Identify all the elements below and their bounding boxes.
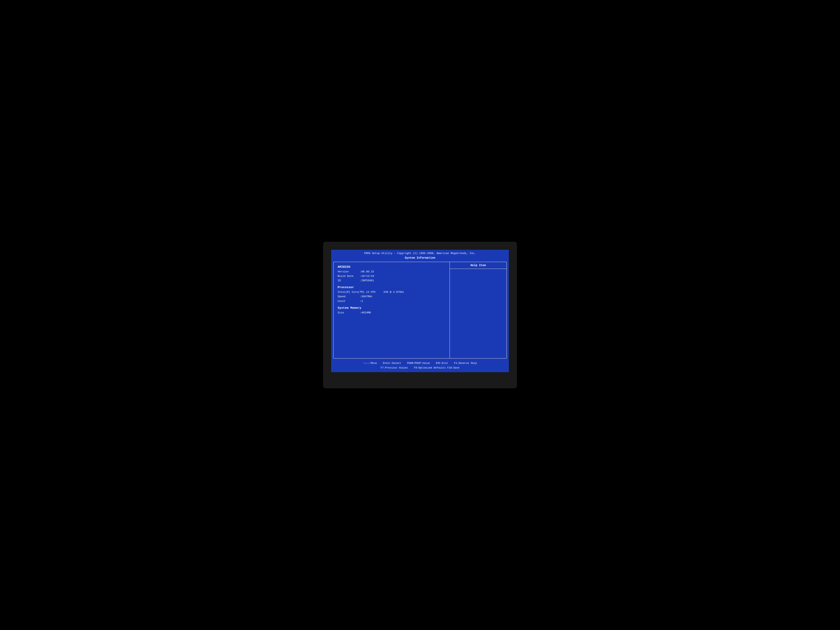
screen-title: System Information <box>333 256 507 260</box>
count-value: :2 <box>360 299 363 303</box>
status-row-2: F7:Previous Values F9:Optimized Defaults… <box>335 366 505 370</box>
enter-hint: Enter:Select <box>383 361 401 366</box>
help-item-header: Help Item <box>450 262 507 269</box>
esc-hint: ESC:Exit <box>436 361 448 366</box>
bios-screen: CMOS Setup Utility - Copyright (C) 1985-… <box>331 250 509 372</box>
copyright-line: CMOS Setup Utility - Copyright (C) 1985-… <box>333 251 507 256</box>
speed-value: :3067MHz <box>360 294 373 299</box>
f9-f10-hint: F9:Optimized Defaults F10:Save <box>414 366 459 370</box>
main-content: AMIBIOS Version :08.00.15 Build Date :10… <box>333 262 507 358</box>
pgdn-hint: PGDN/PGUP:Value <box>407 361 430 366</box>
count-label: Count <box>338 299 360 303</box>
build-date-value: :10/12/18 <box>360 274 374 278</box>
version-label: Version <box>338 270 360 274</box>
amibios-section-title: AMIBIOS <box>338 265 445 269</box>
version-value: :08.00.15 <box>360 270 374 274</box>
speed-row: Speed :3067MHz <box>338 294 445 299</box>
version-row: Version :08.00.15 <box>338 270 445 274</box>
f7-hint: F7:Previous Values <box>381 366 408 370</box>
speed-label: Speed <box>338 294 360 299</box>
id-row: ID :INP55001 <box>338 278 445 283</box>
status-bar: ↑↓←→:Move Enter:Select PGDN/PGUP:Value E… <box>331 359 509 372</box>
status-row-1: ↑↓←→:Move Enter:Select PGDN/PGUP:Value E… <box>335 361 505 366</box>
left-panel: AMIBIOS Version :08.00.15 Build Date :10… <box>333 262 450 358</box>
id-value: :INP55001 <box>360 278 374 283</box>
f1-hint: F1:General Help <box>454 361 477 366</box>
cpu-model: 540 @ 3.07GHz <box>384 290 404 294</box>
memory-size-row: Size :4024MB <box>338 311 445 315</box>
right-panel: Help Item <box>450 262 507 358</box>
build-date-label: Build Date <box>338 274 360 278</box>
title-bar: CMOS Setup Utility - Copyright (C) 1985-… <box>331 250 509 261</box>
memory-section-title: System Memory <box>338 306 445 310</box>
memory-size-label: Size <box>338 311 360 315</box>
build-date-row: Build Date :10/12/18 <box>338 274 445 278</box>
cpu-line: Intel(R) Core(TM) i3 CPU 540 @ 3.07GHz <box>338 290 445 294</box>
processor-section-title: Processor <box>338 286 445 289</box>
monitor-bezel: CMOS Setup Utility - Copyright (C) 1985-… <box>323 242 517 388</box>
memory-size-value: :4024MB <box>360 311 371 315</box>
help-item-body <box>450 269 507 274</box>
id-label: ID <box>338 278 360 283</box>
count-row: Count :2 <box>338 299 445 303</box>
cpu-name: Intel(R) Core(TM) i3 CPU <box>338 290 375 294</box>
move-hint: ↑↓←→:Move <box>363 361 377 366</box>
